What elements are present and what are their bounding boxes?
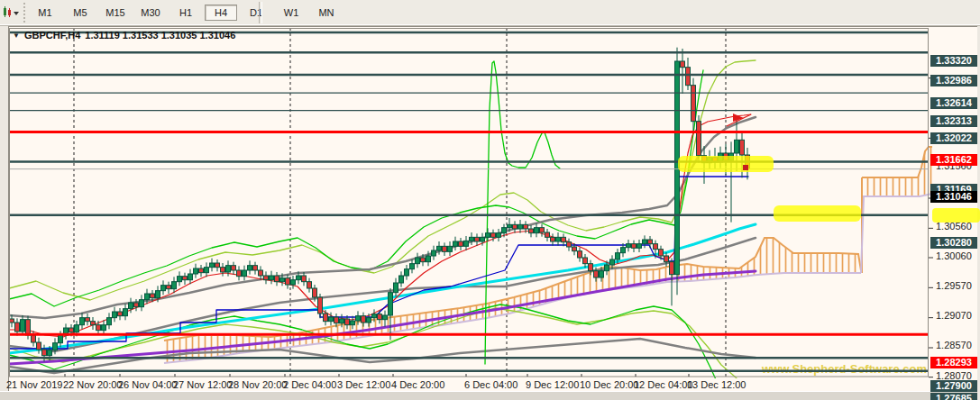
price-badge-1.32614: 1.32614 [930, 97, 977, 109]
chart-ohlc-label: 1.31119 1.31533 1.31035 1.31046 [85, 30, 235, 41]
time-label: 22 Nov 20:00 [63, 379, 122, 390]
price-tick-1.29570: 1.29570 [936, 280, 979, 292]
time-label: 4 Dec 20:00 [391, 379, 444, 390]
time-label: 10 Dec 20:00 [580, 379, 638, 390]
tf-button-M1[interactable]: M1 [29, 5, 61, 21]
watermark: www.Shepherd-Software.com [761, 362, 927, 376]
time-label: 12 Dec 04:00 [634, 379, 692, 390]
time-label: 3 Dec 12:00 [337, 379, 390, 390]
bottom-window-edge [0, 391, 980, 400]
tf-button-M5[interactable]: M5 [64, 5, 96, 21]
tf-button-MN[interactable]: MN [310, 5, 343, 21]
tf-button-M30[interactable]: M30 [134, 5, 167, 21]
candle-cursor-icon [2, 5, 20, 20]
price-tick-1.28570: 1.28570 [936, 340, 979, 351]
chart-tools-icon[interactable] [2, 3, 22, 23]
time-label: 2 Dec 04:00 [283, 379, 336, 390]
price-badge-1.27900: 1.27900 [930, 380, 977, 392]
chart-dropdown-icon[interactable]: ▼ [13, 32, 20, 40]
price-badge-1.27685: 1.27685 [930, 393, 977, 400]
window-left-edge [0, 26, 8, 400]
tf-button-H1[interactable]: H1 [169, 5, 202, 21]
price-badge-1.31046: 1.31046 [930, 191, 977, 203]
price-tick-1.29070: 1.29070 [936, 310, 979, 322]
time-label: 21 Nov 2019 [6, 379, 62, 390]
price-badge-1.31662: 1.31662 [930, 154, 977, 166]
price-badge-1.30280: 1.30280 [930, 237, 977, 249]
time-label: 13 Dec 12:00 [687, 379, 746, 390]
tf-button-M15[interactable]: M15 [99, 5, 132, 21]
price-badge-1.32313: 1.32313 [930, 115, 977, 127]
tf-button-H4[interactable]: H4 [205, 5, 237, 21]
time-label: 6 Dec 04:00 [464, 379, 517, 390]
time-label: 27 Nov 12:00 [173, 379, 232, 390]
price-chart[interactable]: www.Shepherd-Software.com [9, 28, 934, 378]
tf-button-D1[interactable]: D1 [240, 5, 272, 21]
chart-symbol-label: GBPCHF,H4 [24, 30, 80, 41]
price-tick-1.30060: 1.30060 [936, 250, 979, 262]
time-label: 28 Nov 20:00 [228, 379, 287, 390]
timeframe-toolbar: M1M5M15M30H1H4D1W1MN [0, 0, 980, 26]
price-badge-1.32022: 1.32022 [930, 132, 977, 144]
tf-button-W1[interactable]: W1 [275, 5, 307, 21]
time-label: 26 Nov 04:00 [118, 379, 177, 390]
toolbar-separator [259, 2, 262, 23]
time-label: 9 Dec 12:00 [526, 379, 579, 390]
timeframe-buttons: M1M5M15M30H1H4D1W1MN [29, 3, 345, 23]
chart-title: ▼ GBPCHF,H4 1.31119 1.31533 1.31035 1.31… [13, 30, 235, 41]
price-badge-1.33320: 1.33320 [930, 55, 977, 67]
price-badge-1.32986: 1.32986 [930, 75, 977, 86]
price-badge-1.28293: 1.28293 [930, 357, 977, 368]
toolbar-grip[interactable] [23, 3, 28, 23]
